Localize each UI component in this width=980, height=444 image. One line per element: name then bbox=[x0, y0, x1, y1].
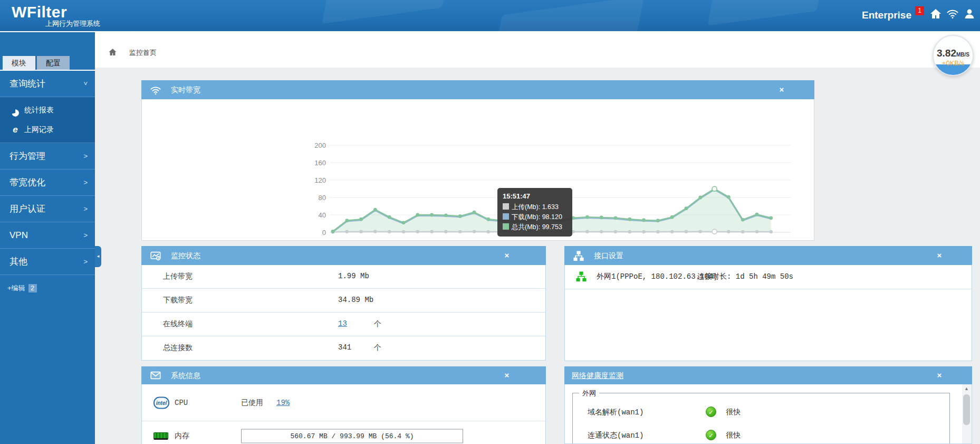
sidebar-item-other[interactable]: 其他 > bbox=[0, 249, 95, 275]
row-label: 连通状态(wan1) bbox=[588, 431, 643, 440]
sidebar-submenu: 统计报表 e 上网记录 bbox=[0, 97, 95, 143]
svg-text:160: 160 bbox=[314, 159, 326, 167]
sidebar-item-label: 其他 bbox=[9, 257, 27, 267]
table-row-memory: 内存 560.67 MB / 993.99 MB (56.4 %) bbox=[142, 421, 545, 444]
svg-text:120: 120 bbox=[314, 176, 326, 184]
close-icon[interactable]: × bbox=[934, 246, 945, 265]
intel-cpu-icon: intel bbox=[153, 396, 169, 409]
header-decoration bbox=[495, 0, 644, 31]
row-label: 上传带宽 bbox=[163, 272, 193, 281]
wan-group-legend: 外网 bbox=[579, 389, 599, 398]
row-label: 在线终端 bbox=[163, 319, 193, 329]
header-decoration bbox=[707, 0, 822, 26]
panel-header: 实时带宽 × bbox=[141, 80, 814, 99]
network-tree-icon bbox=[575, 271, 587, 282]
user-icon[interactable] bbox=[963, 7, 976, 20]
speed-gauge: 3.82MB/S +0KB/s bbox=[933, 35, 974, 76]
chart-pie-icon bbox=[11, 106, 20, 115]
chevron-down-icon: ˅ bbox=[83, 71, 88, 97]
sidebar-item-behavior[interactable]: 行为管理 > bbox=[0, 143, 95, 169]
panel-header: 网络健康度监测 × bbox=[564, 366, 972, 384]
network-tree-icon bbox=[573, 250, 584, 261]
app-header: WFilter 上网行为管理系统 Enterprise 1 bbox=[0, 0, 980, 31]
gauge-delta: +0KB/s bbox=[934, 59, 973, 67]
sidebar-item-bandwidth[interactable]: 带宽优化 > bbox=[0, 169, 95, 196]
tooltip-upload-label: 上传(Mb): 1.633 bbox=[512, 203, 559, 211]
panel-title: 实时带宽 bbox=[171, 80, 200, 99]
sidebar-item-vpn[interactable]: VPN > bbox=[0, 222, 95, 249]
monitor-table: 上传带宽 1.99 Mb 下载带宽 34.89 Mb 在线终端 13 个 总连接… bbox=[141, 265, 546, 361]
table-row-cpu: intel CPU 已使用 19% bbox=[142, 384, 545, 421]
panel-title: 监控状态 bbox=[171, 246, 200, 265]
row-value: 34.89 Mb bbox=[338, 296, 373, 304]
scrollbar-thumb[interactable] bbox=[963, 394, 970, 425]
close-icon[interactable]: × bbox=[502, 366, 512, 384]
scrollbar-up-icon[interactable]: ▲ bbox=[962, 384, 971, 393]
gauge-number: 3.82 bbox=[937, 48, 956, 59]
sidebar-tabs: 模块 配置 bbox=[0, 32, 95, 70]
close-icon[interactable]: × bbox=[502, 246, 512, 265]
check-icon: ✓ bbox=[706, 430, 716, 440]
chart-tooltip: 15:51:47 上传(Mb): 1.633 下载(Mb): 98.120 总共… bbox=[497, 188, 572, 237]
sidebar-item-auth[interactable]: 用户认证 > bbox=[0, 196, 95, 222]
table-row-upload: 上传带宽 1.99 Mb bbox=[142, 265, 545, 289]
wan-group-fieldset: 外网 域名解析(wan1) ✓ 很快 连通状态(wan1) ✓ 很快 bbox=[572, 393, 950, 444]
check-icon: ✓ bbox=[706, 407, 716, 417]
tab-config[interactable]: 配置 bbox=[37, 56, 70, 70]
tooltip-download-label: 下载(Mb): 98.120 bbox=[512, 213, 562, 221]
gauge-value: 3.82MB/S bbox=[934, 48, 973, 59]
cpu-usage-link[interactable]: 19% bbox=[276, 399, 290, 407]
row-label: 内存 bbox=[175, 431, 189, 441]
sidebar-item-label: 上网记录 bbox=[24, 125, 54, 134]
row-value: 1.99 Mb bbox=[338, 272, 369, 280]
cpu-used-label: 已使用 bbox=[241, 398, 263, 408]
chart-status-icon bbox=[150, 250, 161, 261]
gauge-unit: MB/S bbox=[956, 52, 969, 58]
sidebar-item-label: VPN bbox=[9, 230, 28, 240]
wifi-icon[interactable] bbox=[946, 7, 959, 20]
header-decoration bbox=[322, 0, 448, 24]
interface-table: 外网1(PPPoE, 180.102.63.104) 连接时长: 1d 5h 4… bbox=[564, 265, 972, 361]
sidebar-item-label: 查询统计 bbox=[9, 79, 45, 89]
svg-text:80: 80 bbox=[319, 194, 326, 202]
total-swatch bbox=[503, 223, 509, 230]
row-value: 341 bbox=[338, 343, 351, 352]
panel-title-link[interactable]: 网络健康度监测 bbox=[572, 366, 623, 384]
breadcrumb-home-icon[interactable] bbox=[108, 48, 117, 56]
page: WFilter 上网行为管理系统 Enterprise 1 模块 配置 查询统计… bbox=[0, 0, 980, 444]
table-row-online-devices: 在线终端 13 个 bbox=[142, 313, 545, 336]
close-icon[interactable]: × bbox=[934, 366, 945, 384]
home-icon[interactable] bbox=[929, 7, 942, 20]
sidebar-edit-button[interactable]: +编辑2 bbox=[7, 284, 95, 293]
close-icon[interactable]: × bbox=[776, 80, 787, 99]
wan-duration: 连接时长: 1d 5h 49m 50s bbox=[697, 272, 793, 281]
sidebar-item-web-records[interactable]: e 上网记录 bbox=[0, 120, 95, 139]
sidebar-collapse-handle[interactable]: ◄ bbox=[95, 246, 101, 267]
chevron-right-icon: > bbox=[83, 143, 88, 169]
sidebar-item-stat-report[interactable]: 统计报表 bbox=[0, 100, 95, 120]
panel-header: 系统信息 × bbox=[141, 366, 546, 384]
edit-label: +编辑 bbox=[7, 284, 25, 292]
notification-badge[interactable]: 1 bbox=[915, 6, 924, 15]
row-label: 总连接数 bbox=[163, 343, 193, 353]
tooltip-download-row: 下载(Mb): 98.120 bbox=[503, 212, 567, 222]
sidebar-item-query-stats[interactable]: 查询统计 ˅ bbox=[0, 71, 95, 97]
status-text: 很快 bbox=[726, 431, 741, 440]
panel-header: 监控状态 × bbox=[141, 246, 546, 265]
bandwidth-chart-area: 20016012080400 15:51:47 上传(Mb): 1.633 下载… bbox=[141, 99, 814, 241]
row-label: CPU bbox=[175, 399, 188, 407]
sidebar: 模块 配置 查询统计 ˅ 统计报表 e 上网记录 bbox=[0, 31, 95, 444]
memory-meter: 560.67 MB / 993.99 MB (56.4 %) bbox=[241, 429, 463, 443]
ram-icon bbox=[153, 432, 168, 440]
tab-modules[interactable]: 模块 bbox=[3, 56, 35, 70]
scrollbar[interactable]: ▲ bbox=[962, 384, 971, 443]
status-text: 很快 bbox=[726, 408, 741, 417]
online-devices-link[interactable]: 13 bbox=[338, 319, 347, 328]
browser-e-icon: e bbox=[11, 125, 20, 135]
row-suffix: 个 bbox=[374, 319, 381, 329]
panel-realtime-bandwidth: 实时带宽 × 20016012080400 15:51:47 上传(Mb): 1… bbox=[141, 80, 814, 241]
health-content: 外网 域名解析(wan1) ✓ 很快 连通状态(wan1) ✓ 很快 ▲ bbox=[564, 384, 972, 444]
panel-network-health: 网络健康度监测 × 外网 域名解析(wan1) ✓ 很快 连通状态(wan1) … bbox=[564, 366, 972, 444]
breadcrumb-label[interactable]: 监控首页 bbox=[129, 48, 157, 58]
app-logo: WFilter bbox=[12, 3, 67, 21]
